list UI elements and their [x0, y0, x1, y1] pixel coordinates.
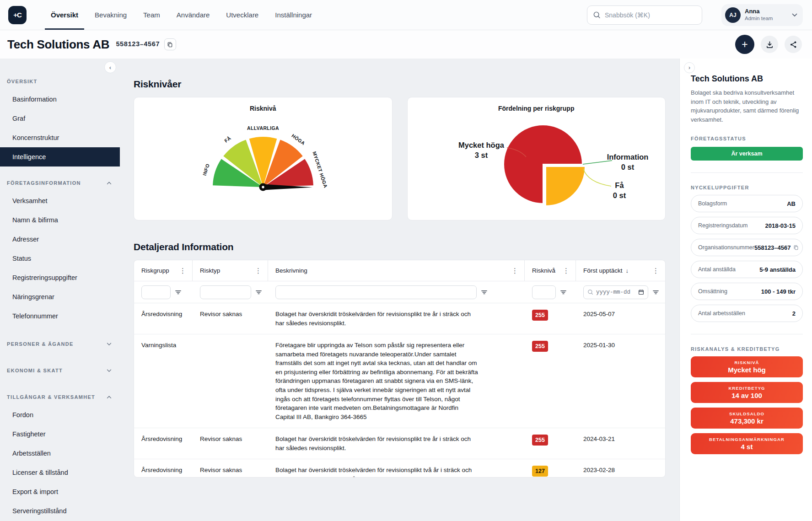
key-figure-omsattning: Omsättning 100 - 149 tkr — [691, 283, 803, 300]
risk-card-skuldsaldo[interactable]: SKULDSALDO 473,300 kr — [691, 408, 803, 429]
sidebar-item-naringsgrenar[interactable]: Näringsgrenar — [0, 287, 120, 306]
header-actions: + — [735, 35, 802, 54]
filter-cell-risktyp — [193, 285, 268, 299]
sidebar-item-serveringstillstand[interactable]: Serveringstillstånd — [0, 501, 120, 521]
key-figure-label: Antal anställda — [698, 266, 736, 273]
sidebar-item-koncernstruktur[interactable]: Koncernstruktur — [0, 128, 120, 147]
body: ‹ ÖVERSIKT Basinformation Graf Koncernst… — [0, 59, 812, 521]
risk-card-label: SKULDSALDO — [729, 411, 764, 416]
nav-item-bevakning[interactable]: Bevakning — [89, 0, 133, 30]
app-logo[interactable]: +C — [8, 6, 27, 24]
table-row[interactable]: Årsredovisning Revisor saknas Bolaget ha… — [134, 303, 665, 334]
key-figure-antal-anstallda: Antal anställda 5-9 anställda — [691, 261, 803, 278]
column-label: Beskrivning — [275, 267, 307, 274]
sidebar-item-adresser[interactable]: Adresser — [0, 230, 120, 249]
sidebar-item-telefonnummer[interactable]: Telefonnummer — [0, 306, 120, 326]
cell-riskgrupp: Varningslista — [134, 334, 193, 356]
table-row[interactable]: Årsredovisning Revisor saknas Bolaget ha… — [134, 459, 665, 478]
sidebar-item-arbetsstallen[interactable]: Arbetsställen — [0, 444, 120, 463]
sidebar-item-licenser-tillstand[interactable]: Licenser & tillstånd — [0, 463, 120, 482]
share-button[interactable] — [785, 36, 802, 53]
company-status-label: FÖRETAGSSTATUS — [691, 136, 803, 141]
company-status-badge[interactable]: Är verksam — [691, 147, 803, 161]
gauge-card: Risknivå INFO FÅ ALLVARLIGA HÖGA MYCKET … — [134, 97, 393, 220]
sidebar-item-namn-bifirma[interactable]: Namn & bifirma — [0, 210, 120, 230]
nav-item-utvecklare[interactable]: Utvecklare — [220, 0, 264, 30]
gauge-label-allvarliga: ALLVARLIGA — [247, 125, 279, 131]
calendar-icon[interactable] — [638, 289, 644, 295]
column-menu-icon[interactable]: ⋮ — [510, 267, 520, 274]
panel-company-description: Bolaget ska bedriva konsultverksamhet in… — [691, 88, 803, 124]
sidebar-item-registreringsuppgifter[interactable]: Registreringsuppgifter — [0, 268, 120, 287]
filter-cell-datum: yyyy-mm-dd — [576, 285, 665, 299]
panel-collapse-button[interactable]: › — [684, 62, 695, 73]
download-button[interactable] — [761, 36, 778, 53]
column-label: Först upptäckt — [583, 267, 623, 274]
sidebar-item-basinformation[interactable]: Basinformation — [0, 90, 120, 109]
filter-icon[interactable] — [652, 289, 659, 295]
sidebar-item-fastigheter[interactable]: Fastigheter — [0, 424, 120, 444]
column-header-riskgrupp[interactable]: Riskgrupp⋮ — [134, 260, 193, 281]
filter-cell-beskrivning — [268, 285, 525, 299]
risk-card-kreditbetyg[interactable]: KREDITBETYG 14 av 100 — [691, 382, 803, 403]
column-menu-icon[interactable]: ⋮ — [253, 267, 263, 274]
add-button[interactable]: + — [735, 35, 754, 54]
divider — [691, 334, 803, 334]
user-menu[interactable]: AJ Anna Admin team — [721, 4, 803, 26]
sidebar-item-export-import[interactable]: Export & import — [0, 482, 120, 501]
cell-riskgrupp: Årsredovisning — [134, 303, 193, 325]
filter-input-beskrivning[interactable] — [275, 285, 477, 299]
filter-input-riskgrupp[interactable] — [141, 285, 171, 299]
risk-card-betalningsanmarkningar[interactable]: BETALNINGSANMÄRKNINGAR 4 st — [691, 433, 803, 454]
risk-score-badge: 127 — [532, 466, 548, 477]
nav-item-oversikt[interactable]: Översikt — [45, 0, 84, 30]
nav-item-team[interactable]: Team — [137, 0, 166, 30]
sidebar-section-personer-agande[interactable]: PERSONER & ÄGANDE — [0, 341, 120, 347]
sidebar-section-tillgangar-verksamhet[interactable]: TILLGÅNGAR & VERKSAMHET — [0, 394, 120, 400]
nav-item-installningar[interactable]: Inställningar — [269, 0, 318, 30]
column-menu-icon[interactable]: ⋮ — [178, 267, 188, 274]
section-title: ÖVERSIKT — [7, 79, 38, 84]
sidebar-section-oversikt: ÖVERSIKT — [0, 79, 120, 84]
cell-beskrivning: Bolaget har överskridit tröskelvärden fö… — [268, 459, 483, 478]
sidebar-item-fordon[interactable]: Fordon — [0, 405, 120, 424]
sort-descending-icon[interactable]: ↓ — [626, 267, 629, 274]
quick-search[interactable] — [587, 5, 702, 25]
table-row[interactable]: Varningslista Företagare blir uppringda … — [134, 334, 665, 428]
filter-icon[interactable] — [175, 289, 182, 295]
column-header-forst-upptackt[interactable]: Först upptäckt↓⋮ — [576, 260, 665, 281]
sidebar-section-ekonomi-skatt[interactable]: EKONOMI & SKATT — [0, 368, 120, 373]
sidebar-collapse-button[interactable]: ‹ — [104, 61, 116, 73]
filter-input-risktyp[interactable] — [200, 285, 251, 299]
sidebar-item-status[interactable]: Status — [0, 249, 120, 268]
column-menu-icon[interactable]: ⋮ — [651, 267, 661, 274]
filter-icon[interactable] — [560, 289, 567, 295]
gauge-label-hoga: HÖGA — [290, 133, 306, 146]
risk-distribution-pie-chart: Mycket höga 3 st Information 0 st Få 0 s… — [413, 113, 660, 211]
column-label: Risknivå — [532, 267, 555, 274]
avatar: AJ — [725, 7, 741, 23]
filter-icon[interactable] — [481, 289, 488, 295]
column-header-beskrivning[interactable]: Beskrivning⋮ — [268, 260, 525, 281]
filter-icon[interactable] — [255, 289, 262, 295]
filter-input-riskniva[interactable] — [532, 285, 556, 299]
risk-card-riskniva[interactable]: RISKNIVÅ Mycket hög — [691, 356, 803, 377]
nav-item-anvandare[interactable]: Användare — [171, 0, 216, 30]
sidebar-item-verksamhet[interactable]: Verksamhet — [0, 191, 120, 210]
date-filter-input[interactable]: yyyy-mm-dd — [583, 285, 648, 299]
copy-org-number-button[interactable] — [164, 38, 176, 50]
sidebar-item-intelligence[interactable]: Intelligence — [0, 147, 120, 167]
table-row[interactable]: Årsredovisning Revisor saknas Bolaget ha… — [134, 428, 665, 459]
sidebar-item-graf[interactable]: Graf — [0, 109, 120, 128]
column-menu-icon[interactable]: ⋮ — [561, 267, 571, 274]
search-input[interactable] — [605, 11, 696, 19]
copy-icon[interactable] — [793, 245, 799, 250]
column-header-riskniva[interactable]: Risknivå⋮ — [525, 260, 576, 281]
sidebar-section-foretagsinformation[interactable]: FÖRETAGSINFORMATION — [0, 180, 120, 186]
pie-callout-mycket-hoga-value: 3 st — [475, 151, 488, 159]
app-root: +C Översikt Bevakning Team Användare Utv… — [0, 0, 812, 521]
search-icon — [587, 289, 593, 295]
key-figure-label: Organisationsnummer — [698, 244, 754, 251]
gauge-title: Risknivå — [250, 105, 276, 112]
column-header-risktyp[interactable]: Risktyp⋮ — [193, 260, 268, 281]
